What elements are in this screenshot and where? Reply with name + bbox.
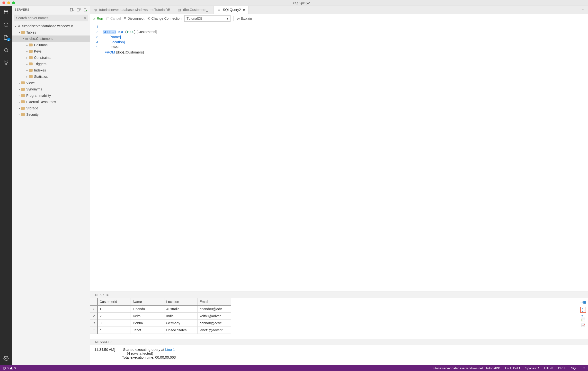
- message-timestamp: [11:34:50 AM]: [93, 348, 122, 351]
- history-activity-icon[interactable]: [3, 21, 10, 28]
- svg-rect-13: [84, 8, 86, 11]
- sql-editor[interactable]: 12345 SELECT TOP (1000) [CustomerId] ,[N…: [90, 23, 588, 56]
- results-grid[interactable]: CustomerIdNameLocationEmail 11OrlandoAus…: [90, 298, 231, 334]
- tree-folder[interactable]: ▸Columns: [12, 42, 90, 48]
- table-row[interactable]: 22KeithIndiakeith0@adven…: [90, 313, 231, 320]
- table-node-customers[interactable]: ▾▦ dbo.Customers: [12, 35, 90, 42]
- column-header[interactable]: Name: [131, 298, 164, 306]
- window-title: SQLQuery2: [15, 1, 588, 5]
- disconnect-button[interactable]: ⚲ Disconnect: [124, 17, 144, 21]
- svg-rect-12: [77, 8, 79, 11]
- svg-point-6: [7, 61, 8, 62]
- svg-rect-9: [70, 8, 73, 11]
- table-row[interactable]: 33DonnaGermanydonna0@adve…: [90, 320, 231, 327]
- change-connection-button[interactable]: ⟲ Change Connection: [147, 17, 182, 21]
- status-encoding[interactable]: UTF-8: [542, 366, 556, 370]
- column-header[interactable]: CustomerId: [97, 298, 131, 306]
- chart-icon[interactable]: 📈: [581, 323, 586, 328]
- status-bar: 0 0 tutorialserver.database.windows.net …: [0, 365, 588, 371]
- minimize-window-button[interactable]: [7, 1, 10, 4]
- refresh-servers-icon[interactable]: [84, 8, 87, 12]
- svg-line-4: [7, 51, 8, 52]
- svg-point-3: [4, 48, 8, 52]
- explain-button[interactable]: ᔕ Explain: [237, 17, 252, 21]
- status-eol[interactable]: CRLF: [556, 366, 569, 370]
- result-actions: ⇥▦ { } ⇥📊 📈: [578, 298, 588, 339]
- status-feedback-icon[interactable]: ☺: [580, 366, 588, 370]
- cancel-button[interactable]: ▢ Cancel: [106, 17, 121, 21]
- svg-marker-18: [10, 367, 13, 369]
- explorer-activity-icon[interactable]: 1: [3, 34, 10, 41]
- new-connection-icon[interactable]: [70, 8, 74, 12]
- save-csv-icon[interactable]: ⇥▦: [581, 299, 586, 304]
- server-tree: ▾🖥 tutorialserver.database.windows.n… ▾ …: [12, 23, 90, 365]
- servers-sidebar: SERVERS ✕ ▾🖥 tutorialserver.database.win…: [12, 6, 90, 365]
- status-position[interactable]: Ln 1, Col 1: [503, 366, 523, 370]
- tree-folder[interactable]: ▸Constraints: [12, 54, 90, 61]
- tree-folder[interactable]: ▸Views: [12, 80, 90, 86]
- sidebar-title: SERVERS: [15, 8, 70, 11]
- editor-tabs: ◎tutorialserver.database.windows.net:Tut…: [90, 6, 588, 14]
- tree-folder[interactable]: ▸External Resources: [12, 99, 90, 105]
- svg-point-7: [6, 63, 7, 65]
- close-window-button[interactable]: [2, 1, 5, 4]
- svg-rect-0: [4, 10, 8, 14]
- tables-node[interactable]: ▾ Tables: [12, 29, 90, 35]
- table-row[interactable]: 11OrlandoAustraliaorlando0@adv…: [90, 305, 231, 313]
- clear-search-icon[interactable]: ✕: [84, 16, 86, 20]
- save-json-icon[interactable]: { }: [581, 307, 586, 312]
- tree-folder[interactable]: ▸Programmability: [12, 93, 90, 99]
- tree-folder[interactable]: ▸Keys: [12, 48, 90, 54]
- tree-folder[interactable]: ▸Triggers: [12, 61, 90, 67]
- status-language[interactable]: SQL: [569, 366, 580, 370]
- editor-tab[interactable]: ≡SQLQuery2: [214, 6, 249, 14]
- status-spaces[interactable]: Spaces: 4: [523, 366, 542, 370]
- save-excel-icon[interactable]: ⇥📊: [581, 315, 586, 320]
- titlebar: SQLQuery2: [0, 0, 588, 6]
- dirty-indicator-icon: [243, 9, 245, 11]
- tree-folder[interactable]: ▸Statistics: [12, 73, 90, 80]
- messages-title: MESSAGES: [95, 340, 113, 344]
- status-errors[interactable]: 0 0: [0, 366, 18, 370]
- column-header[interactable]: Location: [164, 298, 198, 306]
- explorer-badge: 1: [7, 38, 10, 41]
- results-title: RESULTS: [95, 293, 109, 297]
- messages-panel: ▾MESSAGES [11:34:50 AM] Started executin…: [90, 339, 588, 365]
- column-header[interactable]: Email: [198, 298, 231, 306]
- zoom-window-button[interactable]: [12, 1, 15, 4]
- message-line-link[interactable]: Line 1: [165, 348, 175, 351]
- table-icon: ▤: [177, 8, 181, 12]
- svg-point-8: [5, 358, 7, 359]
- dashboard-icon: ◎: [93, 8, 97, 12]
- status-connection[interactable]: tutorialserver.database.windows.net : Tu…: [430, 366, 503, 370]
- run-button[interactable]: ▷ Run: [93, 17, 103, 21]
- tree-folder[interactable]: ▸Synonyms: [12, 86, 90, 93]
- table-row[interactable]: 44JanetUnited Statesjanet1@advent…: [90, 327, 231, 334]
- servers-activity-icon[interactable]: [3, 9, 10, 16]
- line-gutter: 12345: [90, 24, 101, 55]
- new-group-icon[interactable]: [77, 8, 81, 12]
- code-content[interactable]: SELECT TOP (1000) [CustomerId] ,[Name] ,…: [101, 24, 588, 55]
- editor-tab[interactable]: ◎tutorialserver.database.windows.net:Tut…: [90, 6, 174, 14]
- editor-area: ◎tutorialserver.database.windows.net:Tut…: [90, 6, 588, 365]
- database-select[interactable]: TutorialDB: [184, 15, 231, 22]
- editor-tab[interactable]: ▤dbo.Customers_1: [174, 6, 214, 14]
- activity-bar: 1: [0, 6, 12, 365]
- results-panel: ▾RESULTS CustomerIdNameLocationEmail 11O…: [90, 291, 588, 339]
- tree-folder[interactable]: ▸Storage: [12, 105, 90, 111]
- server-search-input[interactable]: [14, 15, 88, 21]
- query-toolbar: ▷ Run ▢ Cancel ⚲ Disconnect ⟲ Change Con…: [90, 14, 588, 23]
- window-controls: [0, 1, 15, 4]
- server-node[interactable]: ▾🖥 tutorialserver.database.windows.n…: [12, 23, 90, 29]
- tab-overflow-button[interactable]: ···: [578, 6, 588, 14]
- svg-point-14: [86, 10, 87, 11]
- tree-folder[interactable]: ▸Indexes: [12, 67, 90, 73]
- tree-folder[interactable]: ▸Security: [12, 111, 90, 118]
- db-icon: ≡: [217, 8, 221, 12]
- svg-point-5: [4, 61, 5, 62]
- source-control-activity-icon[interactable]: [3, 59, 10, 66]
- search-activity-icon[interactable]: [3, 47, 10, 53]
- settings-activity-icon[interactable]: [3, 355, 10, 362]
